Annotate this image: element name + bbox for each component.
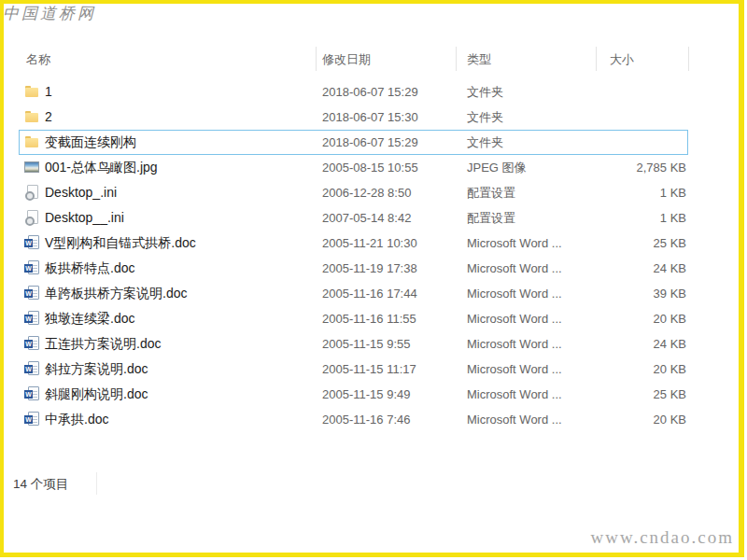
file-size: 24 KB (654, 331, 686, 357)
file-type: JPEG 图像 (467, 155, 527, 180)
file-type: 文件夹 (467, 79, 503, 105)
column-divider[interactable] (596, 47, 597, 71)
file-date-modified: 2005-11-15 9:49 (322, 382, 410, 407)
file-name: 斜拉方案说明.doc (45, 357, 148, 382)
column-header-name[interactable]: 名称 (26, 47, 50, 72)
file-name: Desktop__.ini (45, 205, 124, 231)
file-date-modified: 2005-08-15 10:55 (322, 155, 418, 180)
word-icon (24, 286, 39, 301)
frame-border-right (739, 4, 744, 557)
file-row[interactable]: 独墩连续梁.doc 2005-11-16 11:55 Microsoft Wor… (19, 306, 688, 331)
file-date-modified: 2005-11-19 17:38 (322, 256, 417, 281)
file-size: 2,785 KB (637, 155, 687, 180)
file-row[interactable]: 单跨板拱桥方案说明.doc 2005-11-16 17:44 Microsoft… (19, 281, 688, 306)
file-row[interactable]: 斜拉方案说明.doc 2005-11-15 11:17 Microsoft Wo… (19, 357, 688, 382)
watermark-bottom-right: www.cndao.com (590, 527, 734, 548)
word-icon (24, 235, 39, 250)
file-name: 板拱桥特点.doc (45, 256, 134, 281)
folder-icon (24, 109, 39, 124)
file-explorer-window: 中国道桥网 www.cndao.com 名称 修改日期 类型 大小 1 2018… (0, 0, 747, 560)
column-header-date-modified[interactable]: 修改日期 (322, 47, 371, 72)
file-name: 中承拱.doc (45, 407, 108, 432)
file-row[interactable]: 1 2018-06-07 15:29 文件夹 (19, 79, 688, 105)
file-type: Microsoft Word ... (467, 382, 562, 407)
file-name: Desktop_.ini (45, 180, 117, 205)
file-name: 2 (45, 105, 52, 130)
word-icon (24, 311, 39, 326)
word-icon (24, 260, 39, 275)
file-type: 文件夹 (467, 130, 503, 155)
file-row[interactable]: Desktop__.ini 2007-05-14 8:42 配置设置 1 KB (19, 205, 688, 231)
ini-icon (24, 185, 39, 200)
file-row[interactable]: Desktop_.ini 2006-12-28 8:50 配置设置 1 KB (19, 180, 688, 205)
frame-border-bottom (4, 553, 744, 557)
file-name: 1 (45, 79, 52, 105)
file-row[interactable]: 斜腿刚构说明.doc 2005-11-15 9:49 Microsoft Wor… (19, 382, 688, 407)
file-type: 文件夹 (467, 105, 503, 130)
word-icon (24, 361, 39, 376)
frame-border-left (0, 0, 4, 557)
file-date-modified: 2005-11-16 17:44 (322, 281, 417, 306)
status-bar-divider (96, 472, 97, 495)
file-type: Microsoft Word ... (467, 331, 562, 357)
column-header-size[interactable]: 大小 (610, 47, 634, 72)
file-size: 25 KB (654, 231, 686, 256)
file-list: 1 2018-06-07 15:29 文件夹 2 2018-06-07 15:3… (19, 79, 688, 432)
file-size: 20 KB (654, 407, 686, 432)
file-name: V型刚构和自锚式拱桥.doc (45, 231, 196, 256)
file-date-modified: 2005-11-15 11:17 (322, 357, 416, 382)
folder-icon (24, 84, 39, 99)
list-column-header: 名称 修改日期 类型 大小 (0, 47, 710, 72)
file-name: 001-总体鸟瞰图.jpg (45, 155, 158, 180)
file-date-modified: 2005-11-16 11:55 (322, 306, 416, 331)
file-type: Microsoft Word ... (467, 306, 562, 331)
file-row[interactable]: 001-总体鸟瞰图.jpg 2005-08-15 10:55 JPEG 图像 2… (19, 155, 688, 180)
column-divider[interactable] (316, 47, 317, 71)
file-size: 25 KB (654, 382, 686, 407)
file-date-modified: 2018-06-07 15:30 (322, 105, 418, 130)
file-date-modified: 2005-11-16 7:46 (322, 407, 410, 432)
watermark-top-left: 中国道桥网 (3, 3, 96, 24)
file-type: Microsoft Word ... (467, 357, 562, 382)
file-date-modified: 2005-11-15 9:55 (322, 331, 410, 357)
file-row[interactable]: 五连拱方案说明.doc 2005-11-15 9:55 Microsoft Wo… (19, 331, 688, 357)
file-date-modified: 2005-11-21 10:30 (322, 231, 417, 256)
file-row[interactable]: 板拱桥特点.doc 2005-11-19 17:38 Microsoft Wor… (19, 256, 688, 281)
file-type: 配置设置 (467, 180, 515, 205)
file-size: 24 KB (654, 256, 686, 281)
column-header-type[interactable]: 类型 (467, 47, 491, 72)
word-icon (24, 386, 39, 401)
file-date-modified: 2007-05-14 8:42 (322, 205, 411, 231)
file-size: 39 KB (654, 281, 686, 306)
file-row[interactable]: 2 2018-06-07 15:30 文件夹 (19, 105, 688, 130)
ini-icon (24, 210, 39, 225)
frame-border-top (0, 0, 744, 4)
file-date-modified: 2018-06-07 15:29 (322, 130, 418, 155)
file-row[interactable]: V型刚构和自锚式拱桥.doc 2005-11-21 10:30 Microsof… (19, 231, 688, 256)
file-size: 20 KB (654, 357, 686, 382)
file-name: 变截面连续刚构 (45, 130, 136, 155)
file-type: Microsoft Word ... (467, 281, 562, 306)
file-type: Microsoft Word ... (467, 231, 562, 256)
file-type: Microsoft Word ... (467, 407, 562, 432)
image-icon (24, 160, 39, 175)
file-name: 斜腿刚构说明.doc (45, 382, 148, 407)
word-icon (24, 412, 39, 427)
file-size: 20 KB (654, 306, 686, 331)
file-date-modified: 2018-06-07 15:29 (322, 79, 418, 105)
column-divider[interactable] (456, 47, 457, 71)
word-icon (24, 336, 39, 351)
file-size: 1 KB (660, 205, 686, 231)
file-name: 五连拱方案说明.doc (45, 331, 161, 357)
folder-icon (24, 134, 39, 149)
status-bar-item-count: 14 个项目 (13, 474, 68, 495)
file-date-modified: 2006-12-28 8:50 (322, 180, 411, 205)
file-name: 单跨板拱桥方案说明.doc (45, 281, 187, 306)
file-type: 配置设置 (467, 205, 515, 231)
file-type: Microsoft Word ... (467, 256, 562, 281)
file-name: 独墩连续梁.doc (45, 306, 134, 331)
file-row[interactable]: 变截面连续刚构 2018-06-07 15:29 文件夹 (19, 130, 688, 155)
file-row[interactable]: 中承拱.doc 2005-11-16 7:46 Microsoft Word .… (19, 407, 688, 432)
column-divider[interactable] (688, 47, 689, 71)
file-size: 1 KB (660, 180, 686, 205)
